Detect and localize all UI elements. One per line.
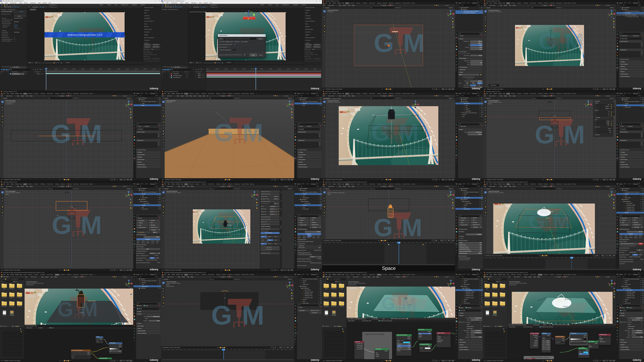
svg-text:▶ fluid: ▶ fluid (546, 217, 550, 219)
svg-text:Hand cream: Hand cream (227, 225, 232, 226)
svg-text:▶ fluid: ▶ fluid (227, 221, 230, 222)
svg-text:Hand cream: Hand cream (546, 211, 553, 212)
svg-text:Domain: Domain (563, 306, 568, 307)
svg-text:G: G (382, 294, 395, 313)
svg-text:Hand cream: Hand cream (564, 299, 572, 300)
